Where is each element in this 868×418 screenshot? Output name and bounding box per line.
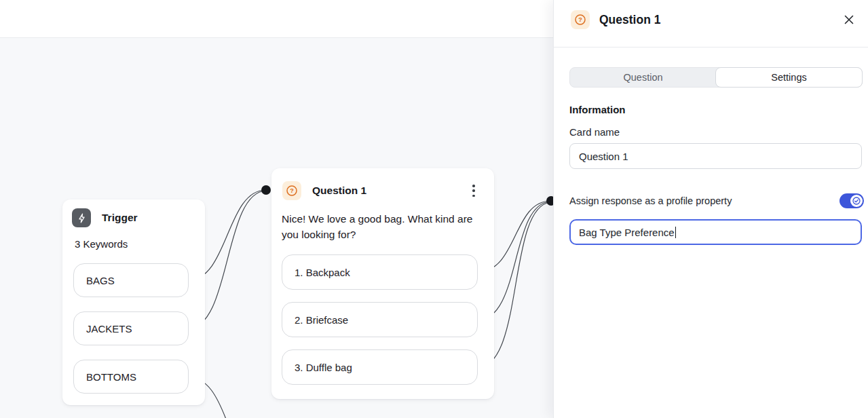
question-circle-icon: ?	[282, 181, 301, 200]
keyword-pill-bags[interactable]: BAGS	[73, 263, 189, 297]
check-circle-icon	[850, 195, 863, 207]
text-caret	[675, 227, 677, 238]
svg-text:?: ?	[578, 16, 582, 23]
profile-property-name-input[interactable]: Bag Type Preference	[569, 219, 862, 245]
profile-property-name-value: Bag Type Preference	[579, 227, 675, 238]
top-bar	[0, 0, 553, 38]
information-heading: Information	[569, 104, 626, 115]
flow-builder-app: Trigger 3 Keywords BAGS JACKETS BOTTOMS …	[0, 0, 868, 418]
input-port-offscreen-node[interactable]	[546, 196, 553, 206]
keyword-pill-jackets[interactable]: JACKETS	[73, 311, 189, 345]
card-name-label: Card name	[569, 126, 620, 138]
trigger-keywords-count: 3 Keywords	[75, 238, 128, 250]
question-node[interactable]: ? Question 1 Nice! We love a good bag. W…	[271, 168, 494, 399]
input-port-question1[interactable]	[261, 185, 271, 195]
close-icon[interactable]	[839, 10, 858, 29]
option-pill-dufflebag[interactable]: 3. Duffle bag	[282, 349, 478, 385]
settings-panel: ? Question 1 Question Settings Informati…	[553, 0, 868, 418]
profile-property-toggle[interactable]	[839, 193, 864, 208]
kebab-menu-icon[interactable]	[469, 183, 478, 198]
keyword-list: BAGS JACKETS BOTTOMS	[73, 263, 189, 394]
question-node-header: ? Question 1	[282, 181, 366, 200]
question-option-list: 1. Backpack 2. Briefcase 3. Duffle bag	[282, 254, 478, 385]
tab-question[interactable]: Question	[570, 68, 716, 87]
card-name-input[interactable]	[569, 143, 862, 169]
lightning-bolt-icon	[72, 208, 91, 227]
panel-header-divider	[554, 47, 868, 48]
keyword-pill-bottoms[interactable]: BOTTOMS	[73, 360, 189, 394]
tab-settings[interactable]: Settings	[715, 67, 863, 88]
option-pill-briefcase[interactable]: 2. Briefcase	[282, 302, 478, 337]
option-pill-backpack[interactable]: 1. Backpack	[282, 254, 478, 290]
panel-title: Question 1	[599, 13, 660, 27]
panel-tab-bar: Question Settings	[569, 67, 863, 88]
trigger-node[interactable]: Trigger 3 Keywords BAGS JACKETS BOTTOMS	[62, 200, 205, 405]
trigger-node-title: Trigger	[102, 212, 138, 224]
question-circle-icon: ?	[571, 10, 590, 29]
trigger-node-header: Trigger	[72, 208, 138, 227]
question-node-title: Question 1	[312, 185, 366, 197]
question-message-text: Nice! We love a good bag. What kind are …	[282, 211, 483, 242]
svg-text:?: ?	[290, 187, 294, 194]
flow-canvas[interactable]: Trigger 3 Keywords BAGS JACKETS BOTTOMS …	[0, 0, 553, 418]
profile-property-label: Assign response as a profile property	[569, 195, 732, 206]
